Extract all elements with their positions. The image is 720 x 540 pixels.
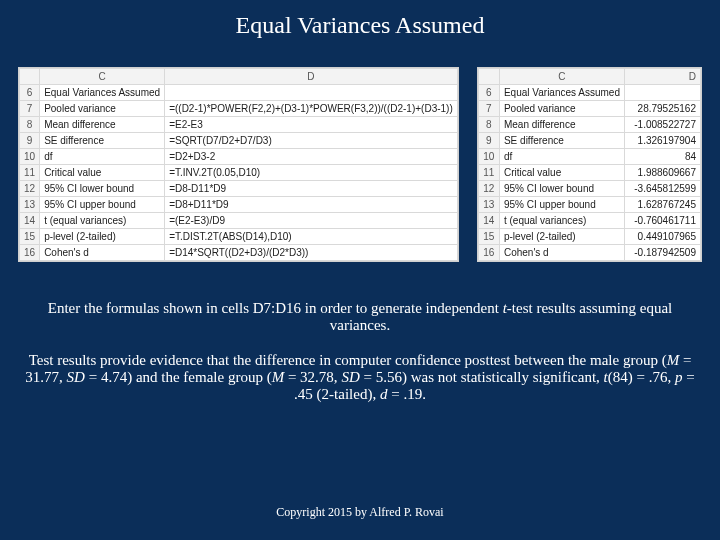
- formula-cell: =SQRT(D7/D2+D7/D3): [165, 133, 458, 149]
- table-row: 1295% CI lower bound-3.645812599: [478, 181, 700, 197]
- tables-container: C D 6Equal Variances Assumed 7Pooled var…: [0, 67, 720, 262]
- label-cell: SE difference: [40, 133, 165, 149]
- row-num: 12: [478, 181, 499, 197]
- row-num: 16: [478, 245, 499, 261]
- formula-cell: =D8-D11*D9: [165, 181, 458, 197]
- table-row: 10df=D2+D3-2: [20, 149, 458, 165]
- table-row: 7Pooled variance28.79525162: [478, 101, 700, 117]
- italic-sd: SD: [341, 369, 359, 385]
- table-row: 1395% CI upper bound=D8+D11*D9: [20, 197, 458, 213]
- label-cell: Cohen's d: [499, 245, 624, 261]
- formula-cell: =D8+D11*D9: [165, 197, 458, 213]
- label-cell: p-level (2-tailed): [499, 229, 624, 245]
- value-cell: 84: [624, 149, 700, 165]
- row-num: 13: [478, 197, 499, 213]
- table-row: 6Equal Variances Assumed: [20, 85, 458, 101]
- table-row: 1395% CI upper bound1.628767245: [478, 197, 700, 213]
- text: = 4.74) and the female group (: [85, 369, 272, 385]
- table-row: 8Mean difference=E2-E3: [20, 117, 458, 133]
- value-cell: 28.79525162: [624, 101, 700, 117]
- col-c-header: C: [40, 69, 165, 85]
- formula-cell: =T.INV.2T(0.05,D10): [165, 165, 458, 181]
- formula-cell: =D2+D3-2: [165, 149, 458, 165]
- label-cell: Mean difference: [40, 117, 165, 133]
- text: Enter the formulas shown in cells D7:D16…: [48, 300, 503, 316]
- formula-cell: =E2-E3: [165, 117, 458, 133]
- text: = 32.78,: [284, 369, 341, 385]
- row-num: 7: [478, 101, 499, 117]
- label-cell: 95% CI lower bound: [499, 181, 624, 197]
- value-cell: -1.008522727: [624, 117, 700, 133]
- row-num: 6: [20, 85, 40, 101]
- table-row: 14t (equal variances)=(E2-E3)/D9: [20, 213, 458, 229]
- formula-cell: =(E2-E3)/D9: [165, 213, 458, 229]
- value-cell: -0.760461711: [624, 213, 700, 229]
- row-num: 8: [478, 117, 499, 133]
- table-row: 15p-level (2-tailed)0.449107965: [478, 229, 700, 245]
- label-cell: 95% CI upper bound: [40, 197, 165, 213]
- row-num: 11: [20, 165, 40, 181]
- label-cell: df: [499, 149, 624, 165]
- table-row: 15p-level (2-tailed)=T.DIST.2T(ABS(D14),…: [20, 229, 458, 245]
- table-row: 10df84: [478, 149, 700, 165]
- label-cell: t (equal variances): [40, 213, 165, 229]
- table-row: 9SE difference=SQRT(D7/D2+D7/D3): [20, 133, 458, 149]
- row-num: 16: [20, 245, 40, 261]
- table-row: 11Critical value1.988609667: [478, 165, 700, 181]
- table-row: 7Pooled variance=((D2-1)*POWER(F2,2)+(D3…: [20, 101, 458, 117]
- label-cell: Pooled variance: [40, 101, 165, 117]
- table-row: 14t (equal variances)-0.760461711: [478, 213, 700, 229]
- text: Test results provide evidence that the d…: [29, 352, 667, 368]
- row-num: 13: [20, 197, 40, 213]
- label-cell: t (equal variances): [499, 213, 624, 229]
- row-num: 6: [478, 85, 499, 101]
- page-title: Equal Variances Assumed: [0, 0, 720, 39]
- value-cell: [624, 85, 700, 101]
- row-num: 15: [20, 229, 40, 245]
- row-num: 14: [478, 213, 499, 229]
- formula-cell: =D14*SQRT((D2+D3)/(D2*D3)): [165, 245, 458, 261]
- col-d-header: D: [165, 69, 458, 85]
- label-cell: Mean difference: [499, 117, 624, 133]
- formula-cell: =T.DIST.2T(ABS(D14),D10): [165, 229, 458, 245]
- row-num: 11: [478, 165, 499, 181]
- table-row: 9SE difference1.326197904: [478, 133, 700, 149]
- label-cell: 95% CI upper bound: [499, 197, 624, 213]
- corner-cell: [478, 69, 499, 85]
- header-row: C D: [478, 69, 700, 85]
- label-cell: Critical value: [40, 165, 165, 181]
- col-d-header: D: [624, 69, 700, 85]
- table-row: 8Mean difference-1.008522727: [478, 117, 700, 133]
- copyright-text: Copyright 2015 by Alfred P. Rovai: [0, 505, 720, 520]
- row-num: 15: [478, 229, 499, 245]
- results-paragraph: Test results provide evidence that the d…: [0, 352, 720, 403]
- value-cell: 1.988609667: [624, 165, 700, 181]
- text: = .19.: [387, 386, 425, 402]
- formulas-sheet: C D 6Equal Variances Assumed 7Pooled var…: [18, 67, 459, 262]
- formula-cell: =((D2-1)*POWER(F2,2)+(D3-1)*POWER(F3,2))…: [165, 101, 458, 117]
- text: (84) = .76,: [608, 369, 675, 385]
- row-num: 10: [20, 149, 40, 165]
- value-cell: 1.326197904: [624, 133, 700, 149]
- instruction-paragraph: Enter the formulas shown in cells D7:D16…: [0, 300, 720, 334]
- table-row: 1295% CI lower bound=D8-D11*D9: [20, 181, 458, 197]
- label-cell: df: [40, 149, 165, 165]
- label-cell: Equal Variances Assumed: [40, 85, 165, 101]
- formula-cell: [165, 85, 458, 101]
- value-cell: -0.187942509: [624, 245, 700, 261]
- label-cell: Pooled variance: [499, 101, 624, 117]
- row-num: 14: [20, 213, 40, 229]
- row-num: 9: [20, 133, 40, 149]
- row-num: 10: [478, 149, 499, 165]
- row-num: 7: [20, 101, 40, 117]
- italic-sd: SD: [67, 369, 85, 385]
- italic-m: M: [667, 352, 680, 368]
- italic-m: M: [272, 369, 285, 385]
- row-num: 9: [478, 133, 499, 149]
- values-sheet: C D 6Equal Variances Assumed 7Pooled var…: [477, 67, 702, 262]
- text: = 5.56) was not statistically significan…: [360, 369, 604, 385]
- table-row: 11Critical value=T.INV.2T(0.05,D10): [20, 165, 458, 181]
- label-cell: Equal Variances Assumed: [499, 85, 624, 101]
- table-row: 16Cohen's d-0.187942509: [478, 245, 700, 261]
- label-cell: SE difference: [499, 133, 624, 149]
